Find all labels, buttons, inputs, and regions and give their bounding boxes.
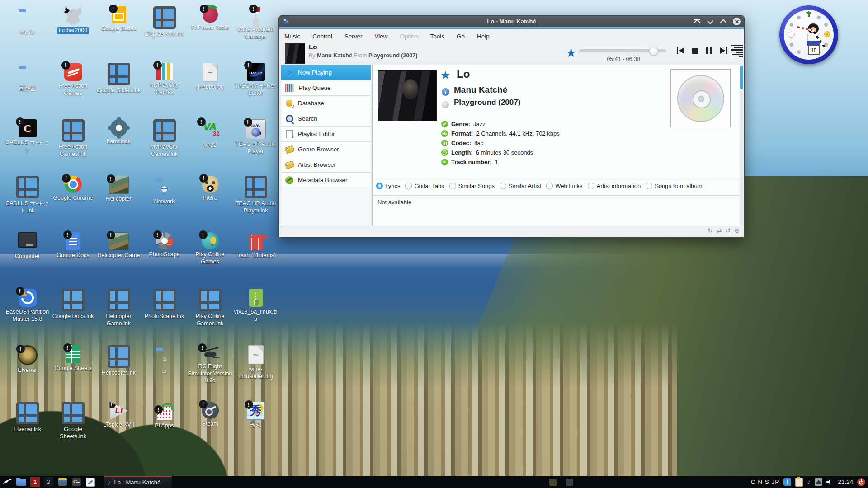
- desktop-icon-pigro[interactable]: ! PiGro: [187, 176, 233, 232]
- desktop-icon-ltspice-xvii[interactable]: LT ! LTspice XVII: [96, 402, 142, 458]
- loop-icon[interactable]: ↺: [726, 227, 731, 234]
- scrollbar[interactable]: [740, 65, 743, 225]
- desktop-icon-ltspice-xvii-lnk[interactable]: ! LTspice XVII.lnk: [142, 6, 187, 63]
- shuffle-icon[interactable]: ⇄: [717, 227, 722, 234]
- taskbar-clock[interactable]: 21:24: [838, 479, 853, 485]
- pause-button[interactable]: [706, 47, 712, 54]
- desktop-icon-trash-11-items[interactable]: ! Trash (11 items): [233, 232, 278, 289]
- desktop-icon-google-sheets-lnk[interactable]: ! Google Sheets.lnk: [50, 402, 96, 458]
- input-method-indicator[interactable]: C N S JP: [751, 479, 780, 485]
- seek-slider[interactable]: [579, 49, 666, 52]
- sidebar-item-now-playing[interactable]: Now Playing: [281, 65, 371, 80]
- minimize-button[interactable]: [707, 18, 714, 25]
- desktop-icon-google-docs[interactable]: ! Google Docs: [50, 232, 96, 289]
- desktop-icon-google-slides-lnk[interactable]: ! Google Slides.lnk: [96, 63, 142, 119]
- desktop-icon-vtx13-5a-linux-zip[interactable]: ! vtx13_5a_linux.zip: [233, 289, 278, 345]
- menu-item-help[interactable]: Help: [477, 33, 490, 40]
- text-editor-icon[interactable]: [85, 477, 95, 487]
- sidebar-item-metadata-browser[interactable]: Metadata Browser: [281, 173, 371, 188]
- close-button[interactable]: [733, 18, 741, 25]
- desktop-icon-helicopter-lnk[interactable]: ! Helicopter.lnk: [96, 345, 142, 402]
- sidebar-item-search[interactable]: Search: [281, 111, 371, 127]
- repeat-icon[interactable]: ↻: [708, 227, 713, 234]
- desktop-icon-google-sheets[interactable]: ! Google Sheets: [50, 345, 96, 402]
- desktop-icon-myplaycity-games[interactable]: ! MyPlayCity Games: [142, 63, 187, 119]
- desktop-icon-google-docs-lnk[interactable]: ! Google Docs.lnk: [50, 289, 96, 345]
- tray-music-note-icon[interactable]: ♪: [807, 478, 811, 486]
- desktop-icon-cadlus-lnk[interactable]: ! CADLUS サ-キット.lnk: [5, 176, 50, 232]
- menu-item-music[interactable]: Music: [284, 33, 300, 40]
- maximize-button[interactable]: [720, 18, 727, 25]
- places-icon[interactable]: [57, 477, 67, 487]
- sidebar-item-genre-browser[interactable]: Genre Browser: [281, 142, 371, 157]
- tab-web-links[interactable]: Web Links: [546, 183, 582, 189]
- desktop-icon-music[interactable]: ! Music: [5, 6, 50, 63]
- desktop-icon-pi[interactable]: ⌂ ! pi: [142, 345, 187, 402]
- desktop-icon-elvenar-lnk[interactable]: ! Elvenar.lnk: [5, 402, 50, 458]
- tab-artist-information[interactable]: Artist information: [588, 183, 641, 189]
- desktop-icon-play-online-games-lnk[interactable]: ! Play Online Games.lnk: [187, 289, 233, 345]
- tab-songs-from-album[interactable]: Songs from album: [646, 183, 703, 189]
- desktop-icon-va32[interactable]: VA 32 ! VA32: [187, 119, 233, 176]
- next-button[interactable]: [720, 47, 727, 54]
- menu-item-control[interactable]: Control: [312, 33, 332, 40]
- desktop-icon-item[interactable]: ! 回路図: [5, 63, 50, 119]
- clipboard-icon[interactable]: [795, 478, 803, 487]
- menu-item-server[interactable]: Server: [344, 33, 363, 40]
- shade-button[interactable]: [693, 18, 701, 25]
- taskbar-task-button[interactable]: ♪ Lo - Manu Katché: [104, 476, 172, 488]
- speaker-icon[interactable]: [826, 479, 834, 485]
- desktop-icon-free-action-games-lnk[interactable]: ! Free Action Games.lnk: [50, 119, 96, 176]
- desktop-icon-rc-flight-simulator-version-0-9c[interactable]: ! RC Flight Simulator Version 0.9c: [187, 345, 233, 402]
- desktop-icon-free-action-games[interactable]: ! Free Action Games: [50, 63, 96, 119]
- app-menu-bird-icon[interactable]: [2, 477, 12, 487]
- sidebar-item-artist-browser[interactable]: Artist Browser: [281, 157, 371, 173]
- desktop-icon-elvenar[interactable]: ! Elvenar: [5, 345, 50, 402]
- desktop-icon-helicopter[interactable]: ! Helicopter: [96, 176, 142, 232]
- desktop-icon-hamclock[interactable]: ! hamclock: [96, 119, 142, 176]
- desktop-icon-wine-program-manager[interactable]: ! Wine Program Manager: [233, 6, 278, 63]
- desktop-icon-teac-hr-audio-player[interactable]: TEAC ! TEAC HR Audio Player: [233, 119, 278, 176]
- desktop-icon-teac-hr-audio-player-lnk[interactable]: ! TEAC HR Audio Player.lnk: [233, 176, 278, 232]
- seek-slider-handle[interactable]: [649, 47, 658, 56]
- previous-button[interactable]: [677, 47, 684, 54]
- desktop-icon-pi-apps-log[interactable]: ~ ! pi-apps.log: [187, 63, 233, 119]
- desktop-icon-myplaycity-games-lnk[interactable]: ! MyPlayCity Games.lnk: [142, 119, 187, 176]
- desktop-icon-play-online-games[interactable]: ! Play Online Games: [187, 232, 233, 289]
- menu-item-view[interactable]: View: [375, 33, 388, 40]
- stop-button[interactable]: [692, 48, 698, 54]
- tab-similar-songs[interactable]: Similar Songs: [449, 183, 495, 189]
- desktop-icon-tascam-hi-res-editor[interactable]: TASCAM ! TASCAM Hi-Res Editor: [233, 63, 278, 119]
- terminal-icon[interactable]: $: [71, 477, 81, 487]
- desktop-icon-google-chrome[interactable]: ! Google Chrome: [50, 176, 96, 232]
- rating-star-icon[interactable]: ★: [566, 46, 576, 60]
- desktop-icon-google-slides[interactable]: ! Google Slides: [96, 6, 142, 63]
- titlebar[interactable]: Lo - Manu Katché: [279, 16, 744, 27]
- desktop-icon-computer[interactable]: ! Computer: [5, 232, 50, 289]
- sidebar-item-play-queue[interactable]: Play Queue: [281, 80, 371, 96]
- menu-item-go[interactable]: Go: [457, 33, 465, 40]
- eject-icon[interactable]: [815, 478, 822, 486]
- desktop-icon-easeus-partition-master-15-8[interactable]: ! EaseUS Partition Master 15.8: [5, 289, 50, 345]
- power-button[interactable]: [857, 478, 865, 486]
- desktop-icon-photoscape-lnk[interactable]: ! PhotoScape.lnk: [142, 289, 187, 345]
- file-manager-icon[interactable]: [16, 477, 26, 487]
- scrollbar-thumb[interactable]: [740, 66, 743, 89]
- desktop-icon-photoscape[interactable]: HOTO CAPE ! PhotoScape: [142, 232, 187, 289]
- minimized-window-icon[interactable]: [566, 479, 573, 486]
- workspace-1[interactable]: 1: [30, 477, 40, 487]
- volume-bars-icon[interactable]: [731, 45, 743, 57]
- desktop-icon-cadlus[interactable]: C ! CADLUS サ-キット: [5, 119, 50, 176]
- desktop-icon-pi-power-tools[interactable]: ! Pi Power Tools: [187, 6, 233, 63]
- sidebar-item-playlist-editor[interactable]: Playlist Editor: [281, 127, 371, 142]
- desktop-icon-network[interactable]: ! Network: [142, 176, 187, 232]
- update-alert-icon[interactable]: !: [783, 478, 791, 486]
- tab-guitar-tabs[interactable]: Guitar Tabs: [405, 183, 444, 189]
- tab-lyrics[interactable]: Lyrics: [376, 183, 400, 189]
- minimized-window-icon[interactable]: [549, 479, 557, 486]
- desktop-icon-wine-uninstaller-log[interactable]: ~ ! wine-uninstaller.log: [233, 345, 278, 402]
- desktop-icon-steam[interactable]: ! Steam: [187, 402, 233, 458]
- tab-similar-artist[interactable]: Similar Artist: [500, 183, 541, 189]
- desktop-icon-foobar2000[interactable]: ! foobar2000: [50, 6, 96, 63]
- desktop-icon-item[interactable]: 秀 ! 秀丸: [233, 402, 278, 458]
